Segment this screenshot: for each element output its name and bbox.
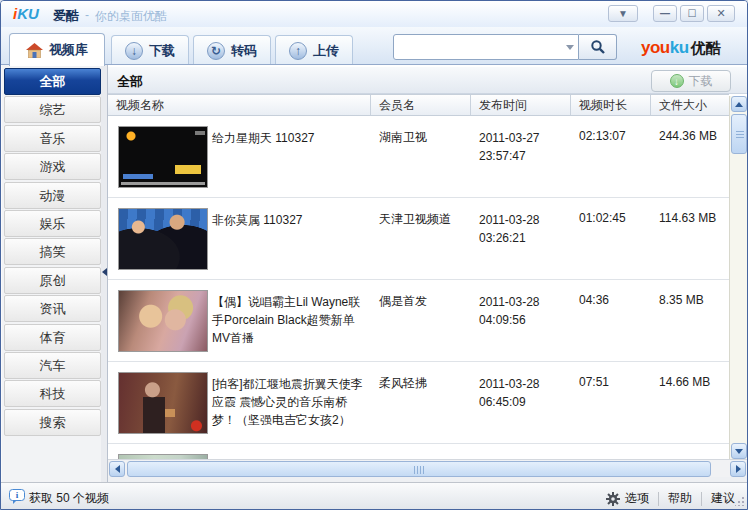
video-thumbnail[interactable] bbox=[118, 126, 208, 188]
help-link[interactable]: 帮助 bbox=[668, 490, 692, 507]
home-icon bbox=[26, 43, 43, 58]
table-row[interactable]: [拍客]都江堰地震折翼天使李应霞 震憾心灵的音乐南桥梦！（坚强电吉它女孩2） 柔… bbox=[108, 362, 729, 444]
chevron-down-icon: ▼ bbox=[618, 8, 628, 19]
tab-transcode[interactable]: ↻ 转码 bbox=[193, 35, 271, 65]
gear-icon bbox=[606, 492, 620, 506]
member-name: 偶是首发 bbox=[379, 293, 471, 310]
publish-date: 2011-03-28 bbox=[479, 375, 571, 393]
download-circle-icon: ↓ bbox=[125, 42, 143, 60]
scroll-up-button[interactable] bbox=[731, 96, 747, 112]
tab-download[interactable]: ↓ 下载 bbox=[111, 35, 189, 65]
member-name: 天津卫视频道 bbox=[379, 211, 471, 228]
tab-label: 下载 bbox=[149, 42, 175, 60]
suggest-link[interactable]: 建议 bbox=[711, 490, 735, 507]
resize-grip[interactable] bbox=[735, 497, 744, 506]
file-size: 14.66 MB bbox=[659, 375, 729, 389]
search-box bbox=[393, 34, 579, 60]
sidebar-item-tech[interactable]: 科技 bbox=[4, 380, 101, 407]
app-window: iKU 爱酷 - 你的桌面优酷 ▼ — ☐ ✕ 视频库 ↓ 下载 ↻ 转码 ↑ … bbox=[0, 0, 748, 510]
file-size: 114.63 MB bbox=[659, 211, 729, 225]
minimize-button[interactable]: — bbox=[653, 5, 677, 22]
statusbar: i 获取 50 个视频 选项 帮助 建议 bbox=[1, 482, 747, 509]
publish-date: 2011-03-28 bbox=[479, 293, 571, 311]
logo-ku: KU bbox=[17, 5, 39, 22]
arrow-right-icon bbox=[736, 465, 741, 473]
search-button[interactable] bbox=[579, 34, 617, 60]
video-thumbnail[interactable] bbox=[118, 290, 208, 352]
publish-date: 2011-03-27 bbox=[479, 129, 571, 147]
search-dropdown-caret-icon[interactable] bbox=[566, 45, 574, 50]
publish-clock: 03:26:21 bbox=[479, 229, 571, 247]
options-link[interactable]: 选项 bbox=[625, 490, 649, 507]
video-thumbnail[interactable] bbox=[118, 208, 208, 270]
close-button[interactable]: ✕ bbox=[707, 5, 735, 22]
video-duration: 02:13:07 bbox=[579, 129, 651, 143]
sidebar-splitter[interactable] bbox=[101, 65, 108, 482]
sidebar-item-variety[interactable]: 综艺 bbox=[4, 96, 101, 123]
scroll-left-button[interactable] bbox=[109, 461, 125, 477]
scroll-right-button[interactable] bbox=[730, 461, 746, 477]
vertical-scrollbar[interactable] bbox=[729, 96, 747, 459]
sidebar-item-anime[interactable]: 动漫 bbox=[4, 182, 101, 209]
download-selected-button[interactable]: ↓ 下载 bbox=[651, 70, 731, 92]
maximize-icon: ☐ bbox=[688, 8, 697, 19]
statusbar-divider bbox=[701, 492, 702, 506]
tab-upload[interactable]: ↑ 上传 bbox=[275, 35, 353, 65]
column-header-publish-time[interactable]: 发布时间 bbox=[471, 95, 571, 115]
sidebar-item-all[interactable]: 全部 bbox=[4, 68, 101, 95]
brand-cn: 优酷 bbox=[691, 39, 721, 56]
iku-logo: iKU bbox=[13, 5, 39, 22]
app-title: 爱酷 bbox=[53, 7, 79, 25]
column-header-duration[interactable]: 视频时长 bbox=[571, 95, 651, 115]
sidebar-item-news[interactable]: 资讯 bbox=[4, 295, 101, 322]
video-title: [拍客]都江堰地震折翼天使李应霞 震憾心灵的音乐南桥梦！（坚强电吉它女孩2） bbox=[212, 375, 364, 429]
sidebar-item-original[interactable]: 原创 bbox=[4, 267, 101, 294]
titlebar: iKU 爱酷 - 你的桌面优酷 ▼ — ☐ ✕ bbox=[1, 1, 747, 27]
brand-ku: ku bbox=[670, 38, 689, 57]
statusbar-divider bbox=[658, 492, 659, 506]
tab-label: 视频库 bbox=[49, 41, 88, 59]
arrow-left-icon bbox=[115, 465, 120, 473]
table-row[interactable]: 给力星期天 110327 湖南卫视 2011-03-2723:57:47 02:… bbox=[108, 116, 729, 198]
column-header-member[interactable]: 会员名 bbox=[371, 95, 471, 115]
video-title: 给力星期天 110327 bbox=[212, 129, 364, 147]
sidebar-item-entertainment[interactable]: 娱乐 bbox=[4, 210, 101, 237]
transcode-circle-icon: ↻ bbox=[207, 42, 225, 60]
horizontal-scroll-thumb[interactable] bbox=[127, 461, 711, 477]
video-duration: 07:51 bbox=[579, 375, 651, 389]
sidebar-item-search[interactable]: 搜索 bbox=[4, 409, 101, 436]
upload-circle-icon: ↑ bbox=[289, 42, 307, 60]
sidebar-item-music[interactable]: 音乐 bbox=[4, 125, 101, 152]
sidebar-item-sports[interactable]: 体育 bbox=[4, 324, 101, 351]
download-button-label: 下载 bbox=[689, 73, 713, 90]
close-icon: ✕ bbox=[716, 7, 725, 19]
scroll-down-button[interactable] bbox=[731, 443, 747, 459]
horizontal-scrollbar[interactable] bbox=[108, 459, 747, 477]
table-row[interactable]: 【偶】说唱霸主Lil Wayne联手Porcelain Black超赞新单MV首… bbox=[108, 280, 729, 362]
search-input[interactable] bbox=[398, 38, 558, 56]
publish-clock: 04:09:56 bbox=[479, 311, 571, 329]
tab-video-library[interactable]: 视频库 bbox=[9, 33, 105, 66]
tab-label: 转码 bbox=[231, 42, 257, 60]
vertical-scroll-thumb[interactable] bbox=[731, 114, 747, 154]
table-row[interactable]: 非你莫属 110327 天津卫视频道 2011-03-2803:26:21 01… bbox=[108, 198, 729, 280]
maximize-button[interactable]: ☐ bbox=[680, 5, 704, 22]
content-header: 全部 ↓ 下载 bbox=[108, 67, 747, 94]
arrow-up-icon bbox=[735, 102, 743, 107]
download-green-icon: ↓ bbox=[670, 74, 684, 88]
collapse-sidebar-icon[interactable] bbox=[102, 268, 107, 276]
publish-time: 2011-03-2803:26:21 bbox=[479, 211, 571, 247]
sidebar-item-games[interactable]: 游戏 bbox=[4, 153, 101, 180]
table-row[interactable]: 后续 酒精当药输 出错护士 辽宁卫视 2011-03-28 03:15 5.97… bbox=[108, 444, 729, 459]
youku-logo: youku优酷 bbox=[641, 38, 721, 58]
sidebar-item-funny[interactable]: 搞笑 bbox=[4, 238, 101, 265]
window-menu-button[interactable]: ▼ bbox=[608, 5, 638, 22]
search-icon bbox=[590, 39, 606, 55]
publish-time: 2011-03-2806:45:09 bbox=[479, 375, 571, 411]
video-thumbnail[interactable] bbox=[118, 372, 208, 434]
sidebar-item-auto[interactable]: 汽车 bbox=[4, 352, 101, 379]
publish-time: 2011-03-2723:57:47 bbox=[479, 129, 571, 165]
column-header-file-size[interactable]: 文件大小 bbox=[651, 95, 729, 115]
section-title: 全部 bbox=[117, 73, 143, 91]
column-header-video-name[interactable]: 视频名称 bbox=[108, 95, 371, 115]
